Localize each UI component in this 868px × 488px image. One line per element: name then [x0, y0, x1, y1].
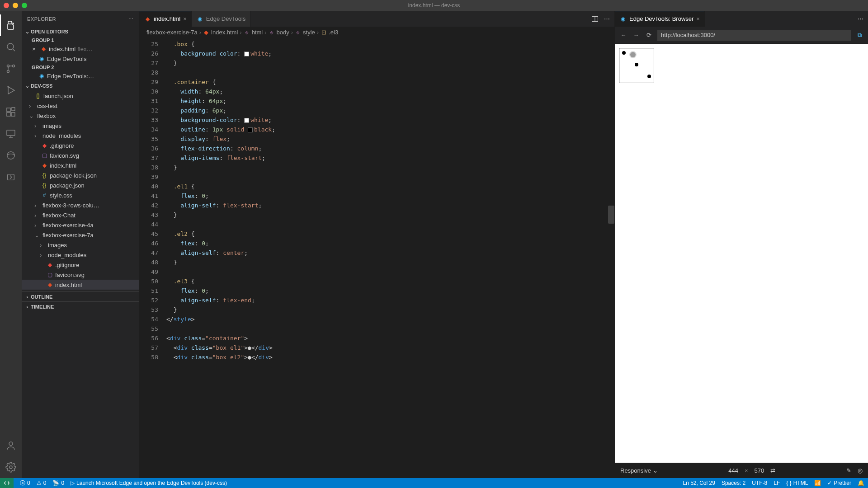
cursor-position[interactable]: Ln 52, Col 29 [683, 480, 715, 486]
svg-point-2 [7, 70, 9, 73]
code-editor[interactable]: 2526272829303132333435363738394041424344… [139, 38, 614, 478]
viewport-height[interactable]: 570 [755, 467, 764, 474]
browser-tabbar: ◉ Edge DevTools: Browser × ⋯ [615, 11, 868, 27]
thunder-icon[interactable] [0, 166, 22, 188]
svg-point-13 [9, 466, 12, 469]
eol-status[interactable]: LF [774, 480, 780, 486]
file-favicon[interactable]: ▢favicon.svg [22, 150, 139, 160]
encoding-status[interactable]: UTF-8 [752, 480, 767, 486]
folder-images[interactable]: ›images [22, 121, 139, 131]
close-icon[interactable]: × [696, 15, 700, 22]
reload-icon[interactable]: ⟳ [645, 32, 653, 38]
explorer-icon[interactable] [0, 14, 22, 36]
remote-explorer-icon[interactable] [0, 123, 22, 145]
file-gitignore[interactable]: ◆.gitignore [22, 141, 139, 150]
chevron-down-icon: ⌄ [24, 29, 31, 35]
back-icon[interactable]: ← [619, 32, 627, 38]
svg-point-12 [9, 442, 13, 446]
folder-flexbox[interactable]: ⌄flexbox [22, 111, 139, 121]
window-maximize[interactable] [22, 3, 27, 8]
edge-icon: ◉ [38, 55, 45, 62]
json-icon: {} [41, 172, 48, 179]
chevron-right-icon: › [29, 103, 35, 109]
inspect-icon[interactable]: ⧉ [855, 32, 863, 39]
forward-icon[interactable]: → [632, 32, 640, 38]
file-pkglock[interactable]: {}package-lock.json [22, 170, 139, 180]
magic-icon[interactable]: ✎ [846, 467, 851, 474]
close-icon[interactable]: × [183, 15, 187, 22]
tab-edge[interactable]: ◉ Edge DevTools [192, 11, 250, 27]
more-icon[interactable]: ⋯ [128, 16, 134, 22]
statusbar: ⓧ 0 ⚠ 0 📡 0 ▷ Launch Microsoft Edge and … [0, 478, 868, 488]
outline-header[interactable]: › OUTLINE [22, 291, 139, 301]
window-close[interactable] [4, 3, 9, 8]
search-icon[interactable] [0, 36, 22, 58]
extensions-icon[interactable] [0, 101, 22, 123]
chevron-right-icon: › [40, 252, 46, 258]
project-header[interactable]: ⌄ DEV-CSS [22, 81, 139, 91]
source-control-icon[interactable] [0, 58, 22, 80]
chevron-right-icon: › [34, 132, 41, 139]
html-icon: ◆ [203, 29, 209, 36]
close-icon[interactable]: × [30, 46, 38, 52]
folder-flex7a[interactable]: ⌄flexbox-exercise-7a [22, 230, 139, 240]
folder-flex4a[interactable]: ›flexbox-exercise-4a [22, 220, 139, 230]
tab-edge-browser[interactable]: ◉ Edge DevTools: Browser × [615, 11, 705, 27]
indent-status[interactable]: Spaces: 2 [722, 480, 745, 486]
svg-point-1 [13, 65, 15, 67]
file-index[interactable]: ◆index.html [22, 160, 139, 170]
more-icon[interactable]: ⋯ [858, 15, 863, 22]
remote-indicator[interactable] [0, 478, 14, 488]
run-debug-icon[interactable] [0, 80, 22, 101]
open-editor-edge[interactable]: ◉ Edge DevTools [22, 54, 139, 64]
edge-devtools-icon[interactable] [0, 145, 22, 166]
timeline-header[interactable]: › TIMELINE [22, 301, 139, 311]
open-editor-edge-browser[interactable]: ◉ Edge DevTools:… [22, 71, 139, 81]
breadcrumb[interactable]: flexbox-exercise-7a› ◆index.html› ⟐html›… [139, 27, 614, 38]
open-editors-header[interactable]: ⌄ OPEN EDITORS [22, 27, 139, 37]
launch-task[interactable]: ▷ Launch Microsoft Edge and open the Edg… [71, 480, 227, 486]
file-favicon2[interactable]: ▢favicon.svg [22, 270, 139, 280]
browser-viewport[interactable] [615, 44, 868, 463]
code-content[interactable]: .box { background-color: white; } .conta… [166, 38, 614, 478]
file-launch[interactable]: {}launch.json [22, 91, 139, 101]
responsive-dropdown[interactable]: Responsive ⌄ [620, 467, 658, 474]
warnings-count[interactable]: ⚠ 0 [37, 480, 47, 486]
live-icon[interactable]: 📶 [814, 480, 821, 486]
window-minimize[interactable] [13, 3, 18, 8]
html-icon: ◆ [41, 162, 48, 169]
language-status[interactable]: { } HTML [786, 480, 808, 486]
file-index2[interactable]: ◆index.html [22, 280, 139, 290]
chevron-right-icon: › [24, 304, 31, 310]
file-style[interactable]: #style.css [22, 190, 139, 200]
editor-tabbar: ◆ index.html × ◉ Edge DevTools ⋯ [139, 11, 614, 27]
chevron-down-icon: ⌄ [24, 83, 31, 89]
rotate-icon[interactable]: ⇄ [770, 467, 775, 474]
open-editor-index[interactable]: × ◆ index.html flex… [22, 44, 139, 54]
target-icon[interactable]: ◎ [858, 467, 863, 474]
window-title: index.html — dev-css [408, 2, 460, 9]
tab-index[interactable]: ◆ index.html × [139, 11, 192, 27]
file-gitignore2[interactable]: ◆.gitignore [22, 260, 139, 270]
css-icon: # [41, 192, 48, 199]
settings-icon[interactable] [0, 456, 22, 478]
folder-images2[interactable]: ›images [22, 240, 139, 250]
file-pkg[interactable]: {}package.json [22, 180, 139, 190]
folder-flexchat[interactable]: ›flexbox-Chat [22, 210, 139, 220]
folder-node2[interactable]: ›node_modules [22, 250, 139, 260]
viewport-width[interactable]: 444 [728, 467, 738, 474]
split-editor-icon[interactable] [591, 15, 599, 23]
folder-flex3[interactable]: ›flexbox-3-rows-colu… [22, 200, 139, 210]
errors-count[interactable]: ⓧ 0 [20, 479, 30, 487]
more-icon[interactable]: ⋯ [604, 15, 610, 22]
url-input[interactable] [657, 30, 851, 41]
prettier-status[interactable]: ✓ Prettier [827, 480, 851, 486]
folder-csstest[interactable]: ›css-test [22, 101, 139, 111]
notifications-icon[interactable]: 🔔 [858, 480, 864, 486]
account-icon[interactable] [0, 435, 22, 456]
port-forward[interactable]: 📡 0 [52, 480, 64, 486]
chevron-right-icon: › [34, 222, 41, 229]
scrollbar-thumb[interactable] [608, 206, 614, 224]
svg-icon: ▢ [41, 152, 48, 159]
folder-node-modules[interactable]: ›node_modules [22, 131, 139, 141]
